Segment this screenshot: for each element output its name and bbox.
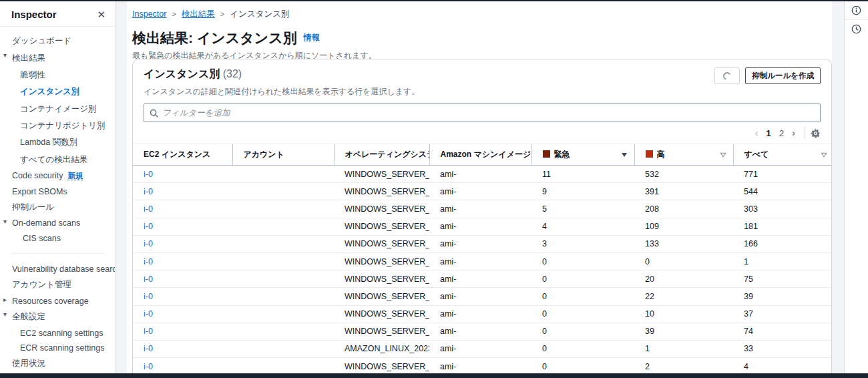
sidebar-title: Inspector — [11, 9, 57, 20]
instance-link[interactable]: i-0 — [133, 200, 232, 218]
instance-link[interactable]: i-0 — [133, 305, 232, 323]
sidebar-item[interactable]: ▾検出結果 — [0, 49, 115, 66]
sidebar-item[interactable]: CIS scans — [0, 231, 115, 246]
close-icon[interactable]: ✕ — [97, 9, 105, 19]
sidebar-item[interactable]: 抑制ルール — [0, 199, 115, 216]
sidebar-item[interactable]: EC2 scanning settings — [0, 325, 115, 340]
sidebar-item[interactable]: ダッシュボード — [0, 33, 115, 49]
caret-down-icon[interactable]: ▾ — [3, 311, 7, 318]
sidebar-item[interactable]: 使用状況 — [0, 355, 115, 372]
column-header[interactable]: 緊急 — [531, 144, 634, 166]
sidebar-item[interactable]: Vulnerability database search — [0, 262, 115, 276]
sidebar-item-label: On-demand scans — [12, 218, 80, 228]
filter-input[interactable] — [162, 108, 815, 118]
critical-count-cell: 4 — [531, 218, 634, 235]
table-row[interactable]: i-0WINDOWS_SERVER_2022ami-001 — [133, 252, 832, 270]
instance-link[interactable]: i-0 — [133, 252, 232, 270]
column-header[interactable]: Amazon マシンイメージ — [429, 144, 531, 166]
high-count-cell: 109 — [634, 218, 733, 235]
sidebar-item[interactable]: 脆弱性 — [0, 67, 115, 83]
instance-link[interactable]: i-0 — [133, 235, 232, 252]
sidebar-item-label: 使用状況 — [12, 359, 45, 368]
all-count-cell: 74 — [733, 323, 832, 340]
sidebar-item[interactable]: Code security新規 — [0, 168, 115, 184]
os-cell: AMAZON_LINUX_2023 — [334, 340, 429, 357]
info-panel-button[interactable] — [845, 1, 868, 19]
instance-link[interactable]: i-0 — [133, 270, 232, 288]
caret-down-icon[interactable]: ▾ — [3, 218, 7, 225]
table-row[interactable]: i-0WINDOWS_SERVER_2022ami-3133166 — [133, 235, 832, 252]
account-cell — [232, 183, 334, 200]
pagination-page-2[interactable]: 2 — [775, 128, 789, 138]
instance-link[interactable]: i-0 — [133, 166, 232, 183]
instance-link[interactable]: i-0 — [133, 183, 232, 200]
right-rail — [844, 1, 868, 373]
column-header[interactable]: 高 — [634, 144, 733, 166]
table-row[interactable]: i-0WINDOWS_SERVER_2022ami-02239 — [133, 288, 832, 305]
pagination-page-1[interactable]: 1 — [762, 128, 775, 138]
info-link[interactable]: 情報 — [304, 33, 320, 42]
column-header-label: オペレーティングシステム — [345, 150, 430, 159]
refresh-button[interactable] — [714, 67, 740, 84]
sidebar-item[interactable]: ▾On-demand scans — [0, 216, 115, 230]
table-row[interactable]: i-0WINDOWS_SERVER_2019ami-4109181 — [133, 218, 832, 235]
instance-link[interactable]: i-0 — [133, 323, 232, 340]
sidebar-item[interactable]: Export SBOMs — [0, 184, 115, 198]
sidebar-item[interactable]: コンテナイメージ別 — [0, 101, 115, 118]
high-count-cell: 133 — [634, 235, 733, 252]
table-row[interactable]: i-0WINDOWS_SERVER_2012_R2ami-9391544 — [133, 183, 832, 200]
gear-icon[interactable] — [811, 128, 821, 138]
all-count-cell: 303 — [733, 200, 832, 218]
caret-down-icon[interactable]: ▾ — [3, 51, 7, 59]
panel-count: (32) — [223, 68, 242, 79]
sidebar-item[interactable]: コンテナリポジトリ別 — [0, 118, 115, 134]
pagination-next-icon[interactable]: › — [788, 128, 799, 138]
main-scrollbar[interactable] — [832, 1, 844, 373]
os-cell: WINDOWS_SERVER_2022 — [334, 235, 429, 252]
sidebar-item[interactable]: ▾全般設定 — [0, 309, 115, 325]
instance-link[interactable]: i-0 — [133, 288, 232, 305]
filter-dropdown-icon — [821, 152, 827, 158]
sidebar-item[interactable]: Lambda 関数別 — [0, 134, 115, 151]
table-row[interactable]: i-0WINDOWS_SERVER_2025ami-03974 — [133, 323, 832, 340]
breadcrumb-link-findings[interactable]: 検出結果 — [182, 9, 215, 19]
account-cell — [232, 200, 334, 218]
column-header[interactable]: EC2 インスタンス — [133, 144, 232, 166]
table-row[interactable]: i-0WINDOWS_SERVER_2022ami-5208303 — [133, 200, 832, 218]
sidebar-item[interactable]: ▸Resources coverage — [0, 294, 115, 309]
caret-right-icon[interactable]: ▸ — [3, 296, 7, 303]
account-cell — [232, 252, 334, 270]
search-icon — [150, 109, 158, 118]
sidebar-item[interactable]: すべての検出結果 — [0, 152, 115, 168]
column-header[interactable]: すべて — [733, 144, 832, 166]
table-row[interactable]: i-0WINDOWS_SERVER_2022ami-02075 — [133, 270, 832, 288]
breadcrumb-link-inspector[interactable]: Inspector — [132, 9, 166, 19]
ami-cell: ami- — [429, 200, 531, 218]
column-header[interactable]: アカウント — [232, 144, 334, 166]
create-suppression-rule-button[interactable]: 抑制ルールを作成 — [745, 67, 821, 84]
pagination-prev-icon[interactable]: ‹ — [751, 128, 763, 138]
table-row[interactable]: i-0WINDOWS_SERVER_2022ami-01037 — [133, 305, 832, 323]
instance-link[interactable]: i-0 — [133, 218, 232, 235]
instance-link[interactable]: i-0 — [133, 358, 232, 373]
sidebar-item[interactable]: アカウント管理 — [0, 276, 115, 293]
sidebar-item[interactable]: インスタンス別 — [0, 83, 115, 100]
sidebar-scrollbar[interactable] — [116, 1, 127, 373]
column-header[interactable]: オペレーティングシステム — [334, 144, 429, 166]
sidebar-item[interactable]: ECR scanning settings — [0, 341, 115, 355]
sort-filter-button[interactable] — [621, 152, 628, 158]
table-row[interactable]: i-0AMAZON_LINUX_2023ami-0133 — [133, 340, 832, 357]
table-row[interactable]: i-0WINDOWS_SERVER_2025ami-024 — [133, 358, 832, 373]
info-icon — [851, 5, 861, 15]
filter-button[interactable] — [720, 152, 726, 158]
new-badge[interactable]: 新規 — [67, 172, 83, 180]
account-cell — [232, 218, 334, 235]
critical-count-cell: 0 — [531, 288, 634, 305]
instance-link[interactable]: i-0 — [133, 340, 232, 357]
sidebar-item-label: 検出結果 — [12, 53, 45, 63]
recent-activity-button[interactable] — [845, 20, 868, 38]
panel-header: インスタンス別 (32) 抑制ルールを作成 インスタンスの詳細と関連付けられた検… — [133, 59, 831, 142]
sidebar-item-label: 脆弱性 — [20, 70, 45, 79]
table-row[interactable]: i-0WINDOWS_SERVER_2016ami-11532771 — [133, 166, 832, 183]
filter-button[interactable] — [821, 152, 827, 158]
